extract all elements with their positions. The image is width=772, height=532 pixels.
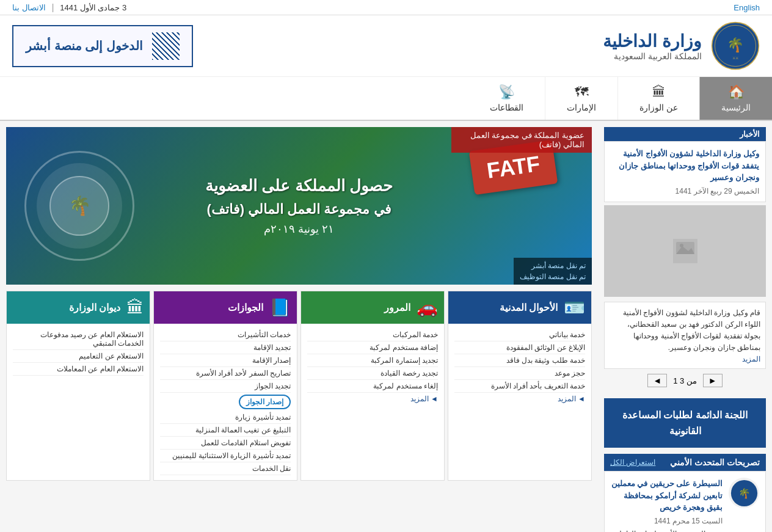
ministry-emblem: 🌴 ⚔⚔ bbox=[711, 21, 760, 70]
news-prev-button[interactable]: ◄ bbox=[647, 374, 667, 387]
traffic-more[interactable]: ◄ المزيد bbox=[307, 393, 438, 405]
passports-link-2[interactable]: إصدار الإقامة bbox=[160, 354, 291, 367]
spokesman-emblem-icon: 🌴 bbox=[730, 479, 758, 507]
news-item-date: الخميس 29 ربيع الآخر 1441 bbox=[611, 187, 759, 195]
about-icon: 🏛 bbox=[652, 84, 666, 100]
passports-icon: 📘 bbox=[269, 297, 291, 318]
overlay-badge-text: عضوية المملكة في مجموعة العمل المالي (فا… bbox=[459, 131, 584, 149]
civil-link-4[interactable]: خدمة التعريف بأحد أفراد الأسرة bbox=[454, 380, 585, 393]
kingdom-name: المملكة العربية السعودية bbox=[603, 51, 702, 61]
passports-link-10[interactable]: نقل الخدمات bbox=[160, 462, 291, 475]
passports-link-5-highlighted[interactable]: إصدار الجواز bbox=[239, 395, 291, 409]
overlay-badge: عضوية المملكة في مجموعة العمل المالي (فا… bbox=[451, 127, 592, 153]
hero-emblem-icon: 🌴 bbox=[49, 175, 110, 236]
logo-area: 🌴 ⚔⚔ وزارة الداخلية المملكة العربية السع… bbox=[603, 21, 760, 70]
absher-label: الدخول إلى منصة أبشر bbox=[26, 38, 143, 53]
passports-link-8[interactable]: تفويض استلام القادمات للعمل bbox=[160, 437, 291, 450]
date-text: 3 جمادى الأول 1441 bbox=[60, 3, 126, 12]
news-next-button[interactable]: ► bbox=[703, 374, 723, 387]
spokesman-emblem: 🌴 bbox=[729, 478, 759, 508]
traffic-links: خدمة المركبات إضافة مستخدم لمركبة تجديد … bbox=[301, 324, 444, 410]
spokesman-item: 🌴 السيطرة على حريقين في معملين تابعين لش… bbox=[604, 471, 766, 532]
svg-text:⚔⚔: ⚔⚔ bbox=[732, 56, 738, 60]
image-placeholder-icon bbox=[673, 239, 697, 263]
absher-button[interactable]: الدخول إلى منصة أبشر bbox=[12, 25, 193, 67]
passports-link-9[interactable]: تمديد تأشيرة الزيارة الاستثنائية لليمنيي… bbox=[160, 450, 291, 462]
passports-link-7[interactable]: التبليغ عن تغيب العمالة المنزلية bbox=[160, 424, 291, 437]
civil-link-1[interactable]: الإبلاغ عن الوثائق المفقودة bbox=[454, 341, 585, 354]
diwan-link-1[interactable]: الاستعلام عن التعاميم bbox=[13, 350, 144, 363]
service-passports-header: 📘 الجوازات bbox=[154, 291, 297, 324]
home-icon: 🏠 bbox=[728, 84, 745, 100]
nav-emirates-label: الإمارات bbox=[567, 103, 596, 112]
overlay-link1[interactable]: تم نقل منصة أبشر bbox=[520, 260, 586, 271]
civil-link-2[interactable]: خدمة طلب وثيقة بدل فاقد bbox=[454, 354, 585, 367]
main-container: الأخبار وكيل وزارة الداخلية لشؤون الأفوا… bbox=[0, 121, 772, 532]
nav-item-about[interactable]: 🏛 عن الوزارة bbox=[617, 77, 699, 120]
main-nav: 🏠 الرئيسية 🏛 عن الوزارة 🗺 الإمارات 📡 الق… bbox=[0, 77, 772, 121]
sectors-icon: 📡 bbox=[498, 84, 515, 100]
contact-link[interactable]: الاتصال بنا bbox=[12, 3, 46, 12]
hero-sub-title: في مجموعة العمل المالي (فاتف) bbox=[205, 202, 393, 217]
hero-main-title: حصول المملكة على العضوية bbox=[205, 177, 393, 195]
nav-sectors-label: القطاعات bbox=[490, 103, 523, 112]
traffic-link-1[interactable]: إضافة مستخدم لمركبة bbox=[307, 341, 438, 354]
traffic-icon: 🚗 bbox=[417, 297, 438, 318]
traffic-link-4[interactable]: إلغاء مستخدم لمركبة bbox=[307, 380, 438, 393]
svg-text:🌴: 🌴 bbox=[727, 37, 744, 53]
nav-item-sectors[interactable]: 📡 القطاعات bbox=[468, 77, 545, 120]
service-civil-header: 🪪 الأحوال المدنية bbox=[448, 291, 591, 324]
traffic-link-3[interactable]: تجديد رخصة القيادة bbox=[307, 367, 438, 380]
hero-date: ٢١ يونية ٢٠١٩م bbox=[205, 222, 393, 236]
news-image bbox=[604, 205, 766, 297]
overlay-link2[interactable]: تم نقل منصة التوظيف bbox=[520, 271, 586, 282]
nav-home-label: الرئيسية bbox=[721, 103, 751, 112]
svg-text:🌴: 🌴 bbox=[68, 195, 92, 217]
service-traffic-header: 🚗 المرور bbox=[301, 291, 444, 324]
traffic-link-0[interactable]: خدمة المركبات bbox=[307, 329, 438, 341]
passports-link-6[interactable]: تمديد تأشيرة زيارة bbox=[160, 411, 291, 424]
civil-link-0[interactable]: خدمة بياناتي bbox=[454, 329, 585, 341]
news-item-title: وكيل وزارة الداخلية لشؤون الأفواج الأمني… bbox=[611, 148, 759, 184]
legal-committee-banner[interactable]: اللجنة الدائمة لطلبات المساعدة القانونية bbox=[604, 398, 766, 448]
spokesman-item-title: السيطرة على حريقين في معملين تابعين لشرك… bbox=[611, 478, 723, 514]
hero-text-content: حصول المملكة على العضوية في مجموعة العمل… bbox=[205, 177, 393, 236]
news-description: قام وكيل وزارة الداخلية لشؤون الأفواج ال… bbox=[610, 307, 760, 354]
service-card-diwan: 🏛 ديوان الوزارة الاستعلام العام عن رصيد … bbox=[6, 291, 150, 481]
hero-banner: 🌴 حصول المملكة على العضوية في مجموعة الع… bbox=[6, 127, 592, 285]
nav-item-home[interactable]: 🏠 الرئيسية bbox=[699, 77, 772, 120]
passports-link-1[interactable]: تجديد الإقامة bbox=[160, 341, 291, 354]
news-more-link[interactable]: المزيد bbox=[742, 355, 760, 363]
passports-link-0[interactable]: خدمات التأشيرات bbox=[160, 329, 291, 341]
english-link[interactable]: English bbox=[734, 3, 760, 12]
civil-more[interactable]: ◄ المزيد bbox=[454, 393, 585, 405]
news-header: الأخبار bbox=[604, 127, 766, 141]
diwan-link-2[interactable]: الاستعلام العام عن المعاملات bbox=[13, 363, 144, 376]
passports-link-4[interactable]: تجديد الجواز bbox=[160, 380, 291, 393]
service-card-passports: 📘 الجوازات خدمات التأشيرات تجديد الإقامة… bbox=[153, 291, 297, 481]
top-bar-left: English bbox=[734, 2, 760, 12]
separator1: | bbox=[52, 2, 54, 12]
emirates-icon: 🗺 bbox=[575, 84, 588, 100]
diwan-link-0[interactable]: الاستعلام العام عن رصيد مدفوعات الخدمات … bbox=[13, 329, 144, 350]
spokesman-text-block: السيطرة على حريقين في معملين تابعين لشرك… bbox=[611, 478, 723, 532]
civil-link-3[interactable]: حجز موعد bbox=[454, 367, 585, 380]
header: 🌴 ⚔⚔ وزارة الداخلية المملكة العربية السع… bbox=[0, 15, 772, 77]
news-item: وكيل وزارة الداخلية لشؤون الأفواج الأمني… bbox=[604, 141, 766, 202]
services-grid: 🪪 الأحوال المدنية خدمة بياناتي الإبلاغ ع… bbox=[6, 291, 592, 481]
traffic-title: المرور bbox=[384, 302, 410, 313]
hero-circle-pattern: 🌴 bbox=[24, 151, 134, 261]
top-bar: English 3 جمادى الأول 1441 | الاتصال بنا bbox=[0, 0, 772, 15]
spokesman-item-description: صرح المتحدث الأمني لوزارة الداخلية بأنه … bbox=[611, 528, 723, 532]
passports-link-3[interactable]: تصاريح السفر لأحد أفراد الأسرة bbox=[160, 367, 291, 380]
spokesman-title: تصريحات المتحدث الأمني bbox=[670, 457, 760, 467]
nav-item-emirates[interactable]: 🗺 الإمارات bbox=[545, 77, 617, 120]
overlay-links: تم نقل منصة أبشر تم نقل منصة التوظيف bbox=[514, 258, 592, 285]
diwan-links: الاستعلام العام عن رصيد مدفوعات الخدمات … bbox=[7, 324, 150, 381]
service-card-civil: 🪪 الأحوال المدنية خدمة بياناتي الإبلاغ ع… bbox=[448, 291, 592, 481]
news-pagination: ◄ 1 من 3 ► bbox=[604, 369, 766, 392]
news-page-count: 1 من 3 bbox=[673, 376, 697, 385]
traffic-link-2[interactable]: تجديد إستمارة المركبة bbox=[307, 354, 438, 367]
spokesman-section: تصريحات المتحدث الأمني استعراض الكل 🌴 ال… bbox=[604, 454, 766, 532]
spokesman-browse-all[interactable]: استعراض الكل bbox=[610, 458, 655, 467]
